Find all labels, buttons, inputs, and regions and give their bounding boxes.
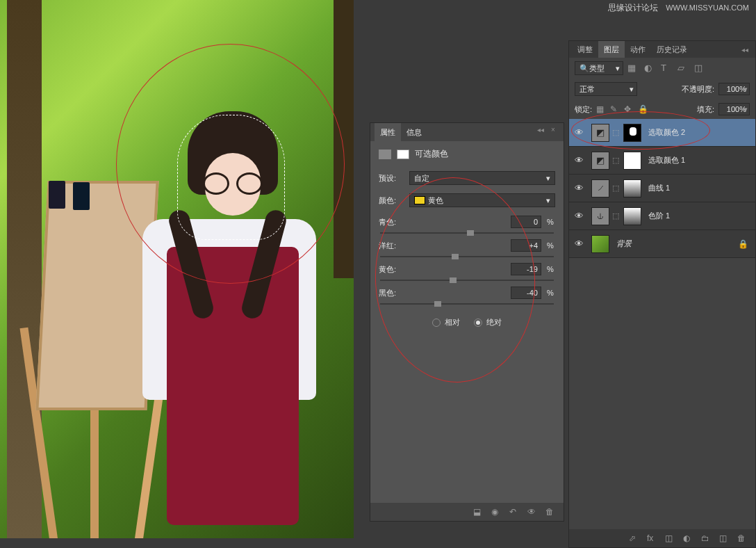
link-icon: ⬚ — [612, 184, 621, 193]
black-slider[interactable] — [380, 303, 554, 305]
color-swatch-yellow — [414, 196, 425, 204]
visibility-toggle[interactable]: 👁 — [569, 239, 589, 249]
mask-thumb[interactable] — [623, 179, 641, 198]
watermark: 思缘设计论坛 WWW.MISSYUAN.COM — [608, 2, 749, 14]
yellow-slider[interactable] — [380, 280, 554, 281]
tab-info[interactable]: 信息 — [401, 123, 427, 141]
filter-select[interactable]: 🔍 类型 — [575, 61, 623, 75]
visibility-toggle[interactable]: 👁 — [569, 127, 589, 138]
magenta-slider[interactable] — [380, 256, 554, 257]
adjustment-title: 可选颜色 — [415, 148, 448, 160]
layer-name[interactable]: 选取颜色 1 — [644, 155, 685, 166]
filter-smart-icon[interactable]: ◫ — [694, 63, 705, 74]
layer-item-background[interactable]: 👁 背景 🔒 — [569, 230, 755, 258]
yellow-label: 黄色: — [379, 264, 396, 275]
filter-shape-icon[interactable]: ▱ — [677, 63, 689, 74]
radio-absolute[interactable]: 绝对 — [474, 317, 502, 328]
tab-layers[interactable]: 图层 — [598, 41, 625, 58]
fill-value[interactable]: 100% — [718, 103, 750, 115]
layer-item-curves-1[interactable]: 👁 ⟋ ⬚ 曲线 1 — [569, 175, 755, 202]
tab-actions[interactable]: 动作 — [625, 41, 651, 58]
layer-item-selective-color-1[interactable]: 👁 ◩ ⬚ 选取颜色 1 — [569, 147, 755, 175]
cyan-label: 青色: — [379, 217, 396, 227]
collapse-icon[interactable]: ◂◂ — [737, 46, 753, 54]
delete-icon[interactable]: 🗑 — [737, 533, 748, 543]
slider-magenta: 洋红: +4 % — [370, 236, 564, 260]
tab-properties[interactable]: 属性 — [375, 123, 401, 141]
lock-transparency-icon[interactable]: ▦ — [596, 104, 606, 114]
lock-paint-icon[interactable]: ✎ — [610, 104, 620, 114]
opacity-value[interactable]: 100% — [718, 83, 750, 95]
lock-icon: 🔒 — [738, 239, 748, 249]
prev-icon[interactable]: ◉ — [491, 507, 502, 517]
layer-list: 👁 ◩ ⬚ 选取颜色 2 👁 ◩ ⬚ 选取颜色 1 👁 ⟋ ⬚ — [569, 119, 755, 258]
layer-name[interactable]: 色阶 1 — [644, 211, 670, 221]
clip-icon[interactable]: ⬓ — [473, 507, 484, 517]
filter-adjustment-icon[interactable]: ◐ — [644, 63, 655, 74]
visibility-icon[interactable]: 👁 — [527, 507, 539, 517]
layer-thumb[interactable] — [591, 235, 609, 253]
fx-icon[interactable]: fx — [647, 533, 658, 543]
filter-text-icon[interactable]: T — [661, 63, 672, 74]
link-layers-icon[interactable]: ⬀ — [629, 533, 640, 543]
layer-item-levels-1[interactable]: 👁 ⫝ ⬚ 色阶 1 — [569, 202, 755, 230]
layers-tabbar: 调整 图层 动作 历史记录 ◂◂ — [569, 41, 755, 58]
preset-select[interactable]: 自定 — [409, 171, 555, 185]
link-icon: ⬚ — [612, 128, 621, 138]
photo-easel — [35, 181, 160, 529]
mask-thumb[interactable] — [623, 152, 641, 170]
radio-relative[interactable]: 相对 — [432, 317, 460, 328]
selective-color-icon — [379, 150, 391, 159]
visibility-toggle[interactable]: 👁 — [569, 211, 589, 221]
magenta-label: 洋红: — [379, 241, 396, 251]
tab-history[interactable]: 历史记录 — [651, 41, 693, 58]
document-photo[interactable] — [0, 0, 354, 538]
color-label: 颜色: — [379, 195, 404, 206]
magenta-unit: % — [545, 241, 555, 250]
lock-all-icon[interactable]: 🔒 — [638, 104, 648, 114]
filter-pixel-icon[interactable]: ▦ — [627, 63, 639, 74]
adjustment-thumb: ⫝ — [591, 207, 609, 225]
link-icon: ⬚ — [612, 211, 621, 221]
collapse-icon[interactable]: ◂◂ — [537, 126, 547, 136]
preset-label: 预设: — [379, 173, 404, 184]
photo-clip — [49, 181, 65, 209]
reset-icon[interactable]: ↶ — [509, 507, 520, 517]
properties-panel: 属性 信息 ◂◂ × 可选颜色 预设: 自定 颜色: 黄色 青色: 0 % 洋红… — [370, 122, 564, 522]
photo-bg-tree — [334, 0, 354, 278]
yellow-value[interactable]: -19 — [511, 263, 541, 275]
yellow-unit: % — [545, 265, 555, 273]
color-select[interactable]: 黄色 — [409, 193, 555, 207]
mask-icon — [397, 150, 409, 159]
layer-name[interactable]: 背景 — [612, 239, 632, 249]
adjustment-title-row: 可选颜色 — [370, 141, 564, 168]
slider-cyan: 青色: 0 % — [370, 213, 564, 236]
layer-name[interactable]: 选取颜色 2 — [644, 127, 685, 138]
layer-item-selective-color-2[interactable]: 👁 ◩ ⬚ 选取颜色 2 — [569, 119, 755, 147]
adjustment-thumb: ⟋ — [591, 179, 609, 198]
blend-mode-select[interactable]: 正常 — [575, 82, 637, 96]
photo-subject — [146, 111, 327, 529]
cyan-value[interactable]: 0 — [511, 216, 541, 228]
mask-thumb[interactable] — [623, 207, 641, 225]
panel-header: 属性 信息 ◂◂ × — [370, 123, 564, 141]
visibility-toggle[interactable]: 👁 — [569, 155, 589, 166]
tab-adjustments[interactable]: 调整 — [572, 41, 598, 58]
magenta-value[interactable]: +4 — [511, 239, 541, 252]
lock-position-icon[interactable]: ✥ — [624, 104, 634, 114]
close-icon[interactable]: × — [551, 126, 561, 136]
group-icon[interactable]: 🗀 — [701, 533, 712, 543]
lock-label: 锁定: — [575, 104, 592, 115]
cyan-slider[interactable] — [380, 232, 554, 234]
black-value[interactable]: -40 — [511, 287, 541, 299]
cyan-unit: % — [545, 218, 555, 226]
layer-name[interactable]: 曲线 1 — [644, 183, 670, 193]
black-label: 黑色: — [379, 288, 396, 298]
canvas-area — [0, 0, 358, 548]
mask-icon[interactable]: ◫ — [665, 533, 676, 543]
visibility-toggle[interactable]: 👁 — [569, 183, 589, 193]
new-layer-icon[interactable]: ◫ — [719, 533, 730, 543]
adjustment-icon[interactable]: ◐ — [683, 533, 694, 543]
mask-thumb[interactable] — [623, 124, 641, 142]
delete-icon[interactable]: 🗑 — [545, 507, 557, 517]
